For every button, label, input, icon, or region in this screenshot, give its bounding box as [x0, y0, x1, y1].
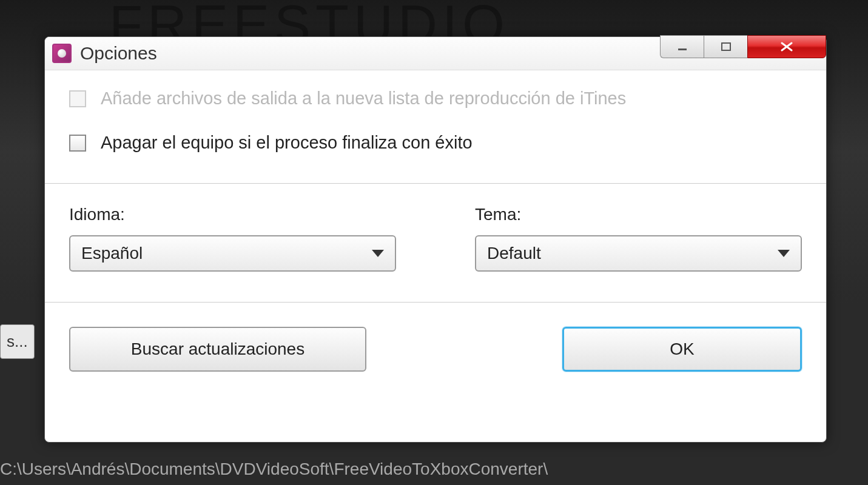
theme-label: Tema: — [475, 205, 802, 224]
minimize-icon — [677, 41, 688, 52]
background-path-text: C:\Users\Andrés\Documents\DVDVideoSoft\F… — [0, 460, 548, 479]
checkbox-itunes-label: Añade archivos de salida a la nueva list… — [101, 89, 626, 109]
language-group: Idioma: Español — [69, 205, 396, 272]
dialog-body: Añade archivos de salida a la nueva list… — [45, 70, 826, 442]
divider — [45, 302, 826, 303]
form-row: Idioma: Español Tema: Default — [69, 205, 802, 272]
app-icon — [52, 44, 72, 63]
theme-select[interactable]: Default — [475, 235, 802, 272]
close-button[interactable] — [747, 35, 826, 58]
background-browse-button[interactable]: s... — [0, 324, 35, 359]
chevron-down-icon — [372, 250, 384, 257]
svg-rect-1 — [722, 43, 730, 50]
checkbox-shutdown[interactable] — [69, 135, 86, 152]
minimize-button[interactable] — [660, 35, 704, 58]
svg-rect-0 — [678, 48, 687, 50]
check-updates-button[interactable]: Buscar actualizaciones — [69, 327, 366, 372]
theme-group: Tema: Default — [475, 205, 802, 272]
ok-button[interactable]: OK — [562, 327, 802, 372]
chevron-down-icon — [778, 250, 790, 257]
divider — [45, 183, 826, 184]
button-row: Buscar actualizaciones OK — [69, 327, 802, 372]
checkbox-shutdown-label: Apagar el equipo si el proceso finaliza … — [101, 133, 473, 153]
window-controls — [660, 35, 826, 58]
checkbox-row-shutdown[interactable]: Apagar el equipo si el proceso finaliza … — [69, 133, 802, 153]
language-select[interactable]: Español — [69, 235, 396, 272]
checkbox-row-itunes: Añade archivos de salida a la nueva list… — [69, 89, 802, 109]
language-select-value: Español — [81, 244, 143, 263]
language-label: Idioma: — [69, 205, 396, 224]
options-dialog: Opciones Añade archivos de salida a la n… — [44, 36, 827, 443]
maximize-icon — [721, 41, 732, 52]
close-icon — [778, 41, 795, 53]
dialog-title: Opciones — [80, 43, 157, 64]
maximize-button[interactable] — [704, 35, 747, 58]
checkbox-itunes — [69, 90, 86, 107]
theme-select-value: Default — [487, 244, 541, 263]
dialog-titlebar: Opciones — [45, 37, 826, 70]
